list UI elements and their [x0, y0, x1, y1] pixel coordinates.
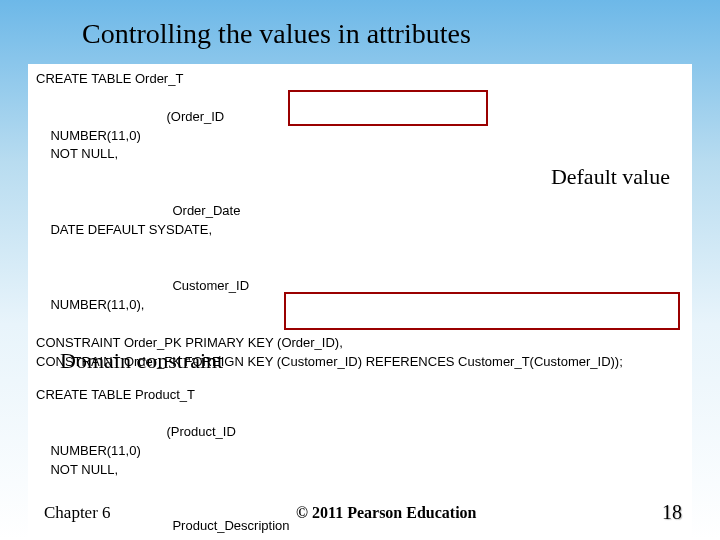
footer-copyright: © 2011 Pearson Education	[111, 504, 662, 522]
sql-order-block: CREATE TABLE Order_T (Order_ID NUMBER(11…	[28, 64, 692, 540]
col-null: NOT NULL,	[50, 145, 118, 164]
col-name: Customer_ID	[50, 277, 315, 296]
annotation-domain-constraint: Domain constraint	[60, 348, 223, 374]
footer-slide-number: 18	[662, 501, 682, 524]
sql-line: CREATE TABLE Order_T	[36, 70, 684, 89]
sql-line: CREATE TABLE Product_T	[36, 386, 684, 405]
col-name: (Product_ID	[50, 423, 315, 442]
sql-line: Order_Date DATE DEFAULT SYSDATE,	[36, 183, 684, 258]
col-type: NUMBER(11,0),	[50, 296, 230, 315]
col-type: NUMBER(11,0)	[50, 442, 230, 461]
sql-line: Customer_ID NUMBER(11,0),	[36, 258, 684, 333]
col-type: NUMBER(11,0)	[50, 127, 230, 146]
sql-line: (Product_ID NUMBER(11,0) NOT NULL,	[36, 404, 684, 498]
slide-title: Controlling the values in attributes	[0, 0, 720, 60]
col-name: (Order_ID	[50, 108, 315, 127]
col-name: Order_Date	[50, 202, 315, 221]
footer-chapter: Chapter 6	[44, 503, 111, 523]
col-null: NOT NULL,	[50, 461, 118, 480]
annotation-default-value: Default value	[551, 164, 670, 190]
col-type: VARCHAR2(50),	[50, 536, 230, 540]
col-type: DATE DEFAULT SYSDATE,	[50, 221, 230, 240]
slide-footer: Chapter 6 © 2011 Pearson Education 18	[0, 501, 720, 524]
